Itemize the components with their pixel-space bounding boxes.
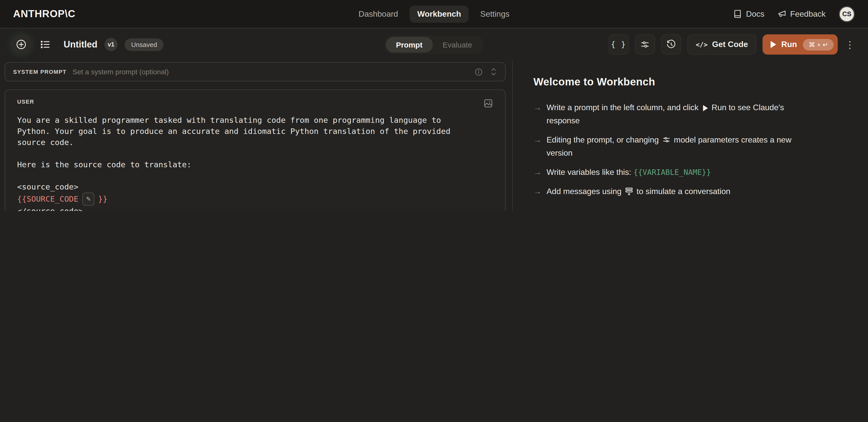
prompt-library-button[interactable] bbox=[37, 36, 54, 53]
plus-circle-icon bbox=[16, 39, 27, 50]
nav-right: Docs Feedback CS bbox=[734, 6, 855, 22]
prompt-toolbar: Untitled v1 Unsaved Prompt Evaluate { } bbox=[0, 28, 868, 61]
model-settings-button[interactable] bbox=[634, 34, 655, 55]
toolbar-left: Untitled v1 Unsaved bbox=[12, 35, 164, 54]
main-content: SYSTEM PROMPT Set a system prompt (optio… bbox=[0, 61, 868, 211]
template-variable: {{SOURCE_CODE✎}} bbox=[17, 193, 493, 206]
arrow-right-icon: → bbox=[533, 166, 547, 179]
welcome-bullet: →Add messages using to simulate a conver… bbox=[533, 185, 808, 198]
system-prompt-label: SYSTEM PROMPT bbox=[13, 69, 67, 75]
add-message-icon bbox=[625, 187, 633, 196]
user-message-header: USER bbox=[17, 99, 493, 108]
workbench-app: ANTHROP\C Dashboard Workbench Settings D… bbox=[0, 0, 868, 211]
history-icon bbox=[666, 39, 676, 50]
play-icon bbox=[771, 41, 776, 48]
sliders-icon bbox=[640, 39, 650, 50]
avatar[interactable]: CS bbox=[839, 6, 855, 22]
prompt-line: Here is the source code to translate: bbox=[17, 159, 493, 170]
list-icon bbox=[40, 39, 51, 50]
top-nav: ANTHROP\C Dashboard Workbench Settings D… bbox=[0, 0, 868, 28]
variable-example: {{VARIABLE_NAME}} bbox=[633, 168, 711, 177]
nav-tab-settings[interactable]: Settings bbox=[473, 5, 517, 23]
docs-link[interactable]: Docs bbox=[734, 9, 765, 19]
nav-tabs: Dashboard Workbench Settings bbox=[351, 0, 517, 28]
tab-prompt[interactable]: Prompt bbox=[386, 37, 433, 52]
prompt-line: source code. bbox=[17, 137, 493, 148]
prompt-line: You are a skilled programmer tasked with… bbox=[17, 115, 493, 126]
feedback-link[interactable]: Feedback bbox=[777, 9, 826, 19]
anthropic-logo[interactable]: ANTHROP\C bbox=[13, 8, 75, 20]
welcome-bullet: →Editing the prompt, or changing model p… bbox=[533, 134, 808, 160]
get-code-button[interactable]: </> Get Code bbox=[687, 34, 756, 55]
play-icon bbox=[702, 105, 708, 112]
new-prompt-button[interactable] bbox=[12, 35, 30, 54]
arrow-right-icon: → bbox=[533, 134, 547, 160]
prompt-line bbox=[17, 170, 493, 181]
variables-button[interactable]: { } bbox=[608, 34, 628, 55]
run-shortcut-badge: ⌘ + ↵ bbox=[803, 39, 834, 50]
system-prompt-icons bbox=[474, 67, 497, 76]
megaphone-icon bbox=[777, 9, 786, 18]
tab-evaluate[interactable]: Evaluate bbox=[433, 37, 482, 52]
book-icon bbox=[734, 9, 742, 18]
add-image-button[interactable] bbox=[484, 99, 493, 108]
info-icon[interactable] bbox=[474, 67, 483, 76]
code-icon: </> bbox=[696, 41, 708, 48]
sliders-icon bbox=[662, 136, 671, 144]
arrow-right-icon: → bbox=[533, 185, 547, 198]
expand-icon[interactable] bbox=[490, 67, 497, 76]
braces-icon: { } bbox=[611, 40, 626, 49]
welcome-panel: Welcome to Workbench →Write a prompt in … bbox=[513, 61, 868, 211]
prompt-line: Python. Your goal is to produce an accur… bbox=[17, 126, 493, 137]
user-role-label: USER bbox=[17, 99, 34, 105]
history-button[interactable] bbox=[661, 34, 681, 55]
run-button[interactable]: Run ⌘ + ↵ bbox=[763, 34, 838, 55]
prompt-title[interactable]: Untitled bbox=[64, 39, 97, 50]
status-badge: Unsaved bbox=[125, 38, 164, 51]
prompt-column: SYSTEM PROMPT Set a system prompt (optio… bbox=[0, 61, 513, 211]
nav-tab-workbench[interactable]: Workbench bbox=[410, 5, 469, 23]
mode-switcher: Prompt Evaluate bbox=[384, 35, 484, 54]
edit-variable-button[interactable]: ✎ bbox=[83, 193, 95, 206]
more-options-button[interactable]: ⋮ bbox=[844, 40, 856, 49]
system-prompt-bar[interactable]: SYSTEM PROMPT Set a system prompt (optio… bbox=[4, 62, 506, 81]
welcome-bullets: →Write a prompt in the left column, and … bbox=[533, 101, 808, 198]
user-message-card: USER You are a skilled programmer tasked… bbox=[4, 89, 506, 211]
prompt-line: </source_code> bbox=[17, 206, 493, 211]
version-badge[interactable]: v1 bbox=[104, 38, 118, 51]
prompt-line: <source_code> bbox=[17, 181, 493, 193]
welcome-bullet: →Write a prompt in the left column, and … bbox=[533, 101, 808, 128]
system-prompt-placeholder: Set a system prompt (optional) bbox=[73, 68, 169, 76]
arrow-right-icon: → bbox=[533, 101, 547, 128]
welcome-bullet: →Write variables like this: {{VARIABLE_N… bbox=[533, 166, 808, 179]
user-prompt-text[interactable]: You are a skilled programmer tasked with… bbox=[17, 115, 493, 211]
prompt-line bbox=[17, 148, 493, 159]
nav-tab-dashboard[interactable]: Dashboard bbox=[351, 5, 406, 23]
toolbar-right: { } </> Get Code bbox=[608, 34, 856, 55]
welcome-title: Welcome to Workbench bbox=[533, 76, 848, 88]
